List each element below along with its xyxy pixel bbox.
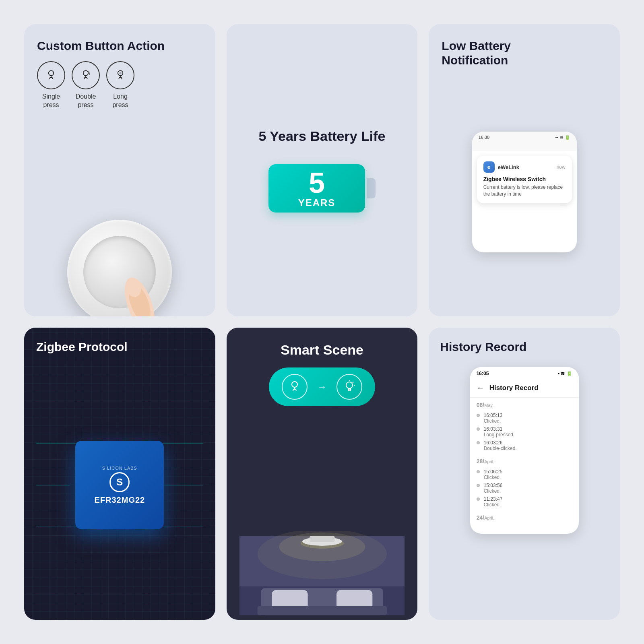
history-group-april28: 28/April. 15:06:25 Clicked. 15:03:56 — [470, 454, 579, 510]
notif-header: e eWeLink now — [483, 161, 566, 173]
svg-point-2 — [83, 70, 89, 76]
history-time-2: 16:03:31 — [484, 426, 515, 432]
chip-visual-area: SILICON LABS S EFR32MG22 — [36, 362, 203, 608]
card-button-action: Custom Button Action Singlepress — [24, 24, 215, 316]
smart-scene-title: Smart Scene — [239, 342, 405, 358]
svg-point-22 — [346, 382, 353, 388]
history-dot-3 — [477, 441, 480, 444]
history-time-4: 15:06:25 — [484, 469, 503, 475]
button-device-visual — [67, 220, 172, 316]
history-nav-header: ← History Record — [470, 380, 579, 398]
battery-text-group: 5 YEARS — [298, 168, 336, 208]
notif-body: Current battery is low, please replace t… — [483, 184, 566, 198]
history-dot-5 — [477, 484, 480, 487]
back-arrow-icon[interactable]: ← — [477, 383, 485, 392]
svg-rect-37 — [257, 606, 386, 615]
history-phone-area: 16:05 ▪ ≋ 🔋 ← History Record 08/May. 16 — [440, 367, 609, 608]
history-phone-icons: ▪ ≋ 🔋 — [558, 371, 572, 376]
notif-app-name: eWeLink — [498, 164, 553, 170]
svg-rect-33 — [310, 536, 334, 542]
notification-card: e eWeLink now Zigbee Wireless Switch Cur… — [477, 156, 572, 203]
history-dot-6 — [477, 497, 480, 501]
svg-point-20 — [292, 382, 297, 387]
notif-time: now — [557, 164, 566, 170]
history-title: History Record — [440, 340, 609, 354]
history-date-may: 08/May. — [477, 402, 572, 408]
phone-mockup-area: 16:30 ▪▪ ≋ 🔋 e eWeLink now Zigbee Wirele… — [442, 82, 607, 302]
card-zigbee: Zigbee Protocol SILICON LABS S EF — [24, 328, 215, 620]
chip-brand: SILICON LABS — [102, 466, 137, 471]
button-device-area — [37, 118, 202, 316]
long-press-item: Longpress — [106, 61, 134, 109]
history-action-6: Clicked. — [484, 502, 503, 508]
battery-years-number: 5 — [309, 168, 325, 197]
room-svg — [239, 531, 405, 620]
history-group-april24: 24/April. — [470, 510, 579, 526]
svg-line-25 — [353, 382, 353, 383]
history-action-4: Clicked. — [484, 475, 503, 480]
phone-status-bar: 16:30 ▪▪ ≋ 🔋 — [472, 132, 577, 143]
history-entry-1: 16:05:13 Clicked. — [477, 411, 572, 425]
single-press-icon — [37, 61, 65, 89]
phone-time: 16:30 — [479, 135, 490, 140]
history-entry-4: 15:06:25 Clicked. — [477, 468, 572, 481]
svg-point-0 — [49, 70, 54, 76]
phone-gap — [472, 143, 577, 151]
history-entry-3: 16:03:26 Double-clicked. — [477, 439, 572, 452]
single-press-label: Singlepress — [42, 93, 60, 109]
history-date-april24: 24/April. — [477, 514, 572, 521]
battery-body: 5 YEARS — [268, 164, 365, 213]
history-action-1: Clicked. — [484, 418, 503, 424]
history-action-5: Clicked. — [484, 488, 503, 494]
double-press-item: Doublepress — [72, 61, 100, 109]
card-history: History Record 16:05 ▪ ≋ 🔋 ← History Rec… — [429, 328, 620, 620]
main-grid: Custom Button Action Singlepress — [0, 0, 644, 644]
history-entry-2: 16:03:31 Long-pressed. — [477, 425, 572, 439]
card-smart-scene: Smart Scene → — [227, 328, 418, 620]
scene-pill-container: → — [239, 367, 405, 416]
history-time-3: 16:03:26 — [484, 440, 517, 446]
press-svg — [287, 380, 302, 394]
scene-press-icon — [282, 374, 308, 400]
history-time-1: 16:05:13 — [484, 413, 503, 418]
history-action-3: Double-clicked. — [484, 446, 517, 451]
ewelink-icon: e — [483, 161, 495, 173]
phone-icons: ▪▪ ≋ 🔋 — [555, 135, 570, 140]
history-entry-6: 11:23:47 Clicked. — [477, 495, 572, 509]
chip-body: SILICON LABS S EFR32MG22 — [75, 441, 164, 529]
scene-arrow-icon: → — [317, 381, 327, 392]
chip-model: EFR32MG22 — [94, 495, 145, 505]
svg-point-6 — [119, 72, 121, 74]
lightbulb-svg — [342, 380, 357, 394]
history-status-bar: 16:05 ▪ ≋ 🔋 — [470, 367, 579, 380]
history-group-may: 08/May. 16:05:13 Clicked. 16:03:31 — [470, 398, 579, 454]
history-dot-2 — [477, 427, 480, 431]
history-phone-time: 16:05 — [477, 371, 489, 376]
press-icons-row: Singlepress Doublepress — [37, 61, 202, 109]
room-scene-area — [239, 424, 405, 620]
battery-terminal — [367, 178, 376, 198]
battery-years-label: YEARS — [298, 197, 336, 208]
long-press-icon — [106, 61, 134, 89]
scene-light-icon — [336, 374, 362, 400]
history-time-6: 11:23:47 — [484, 496, 503, 502]
phone-frame: 16:30 ▪▪ ≋ 🔋 e eWeLink now Zigbee Wirele… — [472, 132, 577, 252]
double-press-label: Doublepress — [76, 93, 96, 109]
card-battery: 5 Years Battery Life 5 YEARS — [227, 24, 418, 316]
zigbee-title: Zigbee Protocol — [36, 340, 203, 354]
history-header-title: History Record — [489, 384, 539, 392]
battery-visual: 5 YEARS — [268, 164, 376, 213]
history-date-april28: 28/April. — [477, 458, 572, 464]
history-phone-frame: 16:05 ▪ ≋ 🔋 ← History Record 08/May. 16 — [470, 367, 579, 534]
single-press-item: Singlepress — [37, 61, 65, 109]
long-press-label: Longpress — [112, 93, 128, 109]
battery-title: 5 Years Battery Life — [258, 128, 385, 144]
scene-pill: → — [269, 367, 375, 406]
finger-icon — [111, 272, 168, 316]
history-entry-5: 15:03:56 Clicked. — [477, 481, 572, 495]
button-action-title: Custom Button Action — [37, 39, 202, 53]
history-time-5: 15:03:56 — [484, 483, 503, 488]
history-dot-4 — [477, 470, 480, 473]
low-battery-title: Low BatteryNotification — [442, 39, 607, 68]
chip-s-logo: S — [109, 472, 130, 492]
